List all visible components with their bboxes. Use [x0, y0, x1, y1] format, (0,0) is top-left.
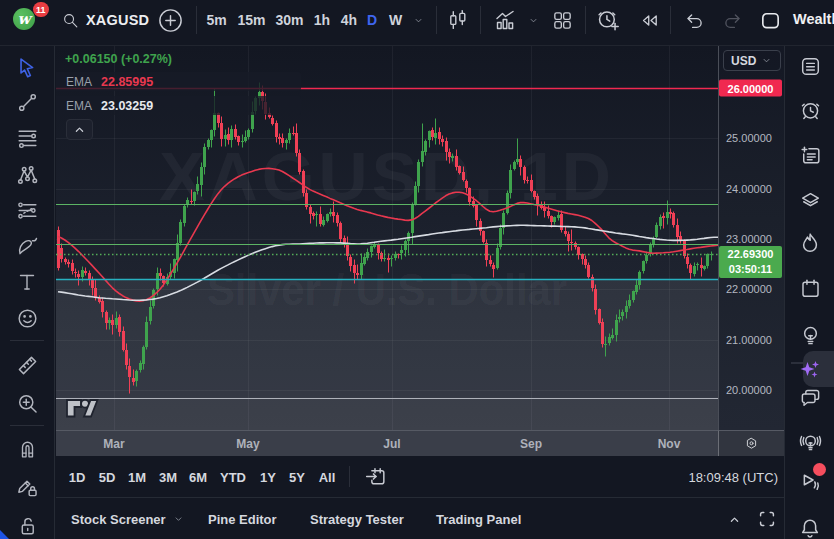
timeframe-w[interactable]: W	[389, 12, 402, 28]
legend-collapse-button[interactable]	[66, 119, 93, 140]
chart-style-button[interactable]	[445, 4, 471, 36]
indicator-legend-row[interactable]: EMA 22.85995	[56, 72, 301, 91]
tab-trading-panel[interactable]: Trading Panel	[436, 511, 521, 526]
timeframe-5m[interactable]: 5m	[206, 12, 226, 28]
replay-icon	[638, 9, 661, 32]
undo-button[interactable]	[681, 4, 707, 36]
range-1y[interactable]: 1Y	[256, 466, 280, 487]
draw-lock-icon	[15, 475, 40, 500]
symbol-search[interactable]: XAGUSD	[61, 5, 149, 35]
panel-expand-button[interactable]	[723, 508, 745, 530]
alarm-plus-icon	[595, 7, 621, 33]
timeframe-d[interactable]: D	[367, 12, 377, 28]
tool-zoom-in[interactable]	[13, 389, 41, 417]
sidebar-chat[interactable]	[796, 383, 824, 411]
indicators-chevron-icon[interactable]	[523, 10, 543, 30]
tab-pine-editor[interactable]: Pine Editor	[208, 511, 277, 526]
minds-icon	[798, 429, 823, 454]
timeframe-15m[interactable]: 15m	[237, 12, 265, 28]
range-6m[interactable]: 6M	[185, 466, 211, 487]
sparkle-icon	[795, 355, 825, 385]
notification-badge[interactable]: 11	[33, 2, 49, 17]
go-to-date-button[interactable]	[362, 464, 388, 489]
broker-logo[interactable]: w	[13, 8, 35, 30]
tool-prediction[interactable]	[13, 196, 41, 224]
sidebar-hotlists[interactable]	[796, 229, 824, 257]
ruler-icon	[15, 353, 40, 378]
range-1d[interactable]: 1D	[65, 466, 90, 487]
indicator-value: 22.85995	[101, 75, 153, 89]
chevron-up-icon	[72, 122, 87, 137]
tab-stock-screener[interactable]: Stock Screener	[71, 511, 185, 526]
tool-fib-retracement[interactable]	[13, 124, 41, 152]
tool-xabcd-pattern[interactable]	[13, 161, 41, 189]
tool-magnet[interactable]	[13, 434, 41, 462]
range-5y[interactable]: 5Y	[285, 466, 309, 487]
tool-emoji[interactable]	[13, 304, 41, 332]
sidebar-ideas[interactable]	[796, 321, 824, 349]
sidebar-alerts[interactable]	[796, 96, 824, 124]
chevron-down-icon	[760, 54, 773, 67]
undo-icon	[683, 9, 706, 32]
clock-utc[interactable]: 18:09:48 (UTC)	[688, 469, 778, 484]
price-axis[interactable]: USD 26.00000 22.69300 03:50:11 25.000002…	[718, 46, 784, 430]
tool-text[interactable]	[13, 268, 41, 296]
toolbar-corner-arrow[interactable]	[0, 530, 9, 539]
tool-cursor[interactable]	[13, 54, 41, 82]
tradingview-logo	[67, 400, 98, 417]
compare-add-button[interactable]	[157, 4, 183, 36]
timeframe-30m[interactable]: 30m	[275, 12, 303, 28]
sidebar-notifications[interactable]	[796, 514, 824, 539]
redo-button[interactable]	[719, 4, 745, 36]
sidebar-ai-assistant[interactable]	[796, 356, 824, 384]
range-all[interactable]: All	[315, 466, 340, 487]
indicator-legend-row[interactable]: EMA 23.03259	[56, 96, 301, 115]
alert-price-label[interactable]: 26.00000	[719, 80, 782, 97]
panel-maximize-button[interactable]	[756, 508, 778, 530]
candle-wicks	[59, 83, 712, 394]
sidebar-minds[interactable]	[796, 427, 824, 455]
timeframe-menu-chevron-icon[interactable]	[410, 10, 427, 30]
tool-lock-drawings[interactable]	[13, 473, 41, 501]
brush-icon	[15, 233, 40, 258]
range-5d[interactable]: 5D	[95, 466, 120, 487]
indicators-button[interactable]	[492, 4, 518, 36]
sidebar-watchlist[interactable]	[796, 52, 824, 80]
maximize-icon	[756, 508, 778, 530]
tool-lock[interactable]	[13, 511, 41, 539]
create-alert-button[interactable]	[594, 4, 621, 36]
chevron-down-icon	[412, 14, 425, 27]
time-tick: May	[236, 437, 259, 451]
zoom-in-icon	[15, 391, 40, 416]
account-name[interactable]: Wealth	[793, 11, 834, 27]
sidebar-calendar[interactable]	[796, 274, 824, 302]
tool-trend-line[interactable]	[13, 88, 41, 116]
indicator-name: EMA	[66, 99, 92, 113]
sidebar-object-tree[interactable]	[796, 186, 824, 214]
drawing-toolbar	[0, 46, 55, 539]
last-price-label[interactable]: 22.69300 03:50:11	[719, 246, 782, 278]
sidebar-news[interactable]	[796, 141, 824, 169]
range-1m[interactable]: 1M	[124, 466, 150, 487]
timeframe-4h[interactable]: 4h	[341, 12, 357, 28]
chevron-down-icon	[172, 512, 185, 525]
tool-brush[interactable]	[13, 231, 41, 259]
bar-replay-button[interactable]	[636, 4, 662, 36]
plus-circle-icon	[158, 8, 183, 33]
time-tick: Nov	[658, 437, 681, 451]
layout-grid-button[interactable]	[549, 4, 575, 36]
tool-ruler[interactable]	[13, 351, 41, 379]
chart-settings-button[interactable]	[718, 430, 784, 456]
range-ytd[interactable]: YTD	[216, 466, 250, 487]
tab-strategy-tester[interactable]: Strategy Tester	[310, 511, 404, 526]
chevron-down-icon	[527, 14, 540, 27]
currency-selector[interactable]: USD	[723, 50, 781, 71]
time-axis[interactable]: MarMayJulSepNov	[56, 430, 718, 456]
gear-icon	[743, 435, 760, 452]
range-3m[interactable]: 3M	[155, 466, 181, 487]
save-layout-icon[interactable]	[757, 4, 783, 36]
timeframe-1h[interactable]: 1h	[314, 12, 330, 28]
sidebar-streams[interactable]	[796, 466, 824, 494]
cursor-icon	[14, 55, 40, 81]
text-icon	[15, 270, 39, 294]
